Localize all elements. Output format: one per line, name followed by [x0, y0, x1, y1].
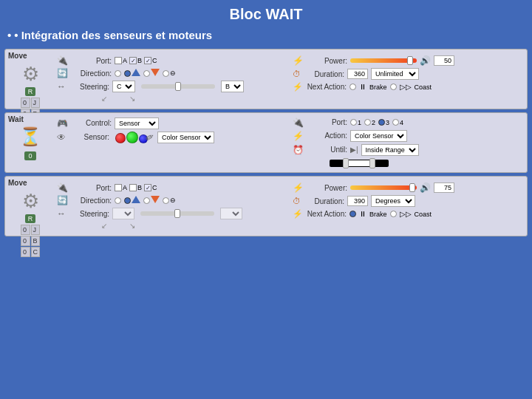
bullet-icon: •: [7, 29, 11, 41]
duration-icon-1: ⏱: [293, 69, 301, 78]
coast-icon-1: ▷▷: [400, 83, 412, 91]
rb-port-4[interactable]: [392, 119, 399, 126]
brake-icon-1: ⏸: [359, 83, 366, 91]
power-thumb-2: [409, 183, 415, 192]
power-slider-2[interactable]: [350, 185, 417, 190]
steering-label-2: Steering:: [69, 210, 109, 218]
control-select[interactable]: Sensor: [115, 117, 159, 129]
cb-c-1[interactable]: [144, 57, 151, 64]
steering-slider-1[interactable]: [141, 84, 215, 89]
rb-stop-2[interactable]: [115, 197, 121, 204]
action-row-wait: ⚡ Action: Color Sensor: [293, 130, 524, 142]
port-row-1: 🔌 Port: A B C: [57, 55, 288, 66]
brake-coast-2: ⏸ Brake ▷▷ Coast: [349, 210, 432, 218]
rb-coast-2[interactable]: [390, 211, 397, 217]
steering-row-1: ↔ Steering: C B: [57, 81, 288, 92]
range-handle-left[interactable]: [343, 158, 349, 168]
duration-label-1: Duration:: [304, 70, 344, 78]
move-block-1-left: 🔌 Port: A B C: [57, 55, 288, 103]
brake-label-1: Brake: [369, 83, 387, 91]
duration-row-1: ⏱ Duration: 360 Unlimited: [293, 68, 524, 80]
steering-icon-2: ↔: [57, 208, 66, 219]
cb-b-2[interactable]: [129, 184, 137, 191]
power-value-2[interactable]: 75: [434, 183, 454, 193]
direction-radios-1: ⊖: [115, 69, 176, 78]
subtitle: •• Intégration des senseurs et moteurs: [0, 26, 532, 46]
wait-block-right: 🔌 Port: 1 2 3: [293, 117, 524, 168]
rb-down-1[interactable]: [143, 70, 150, 77]
control-row: 🎮 Control: Sensor: [57, 117, 288, 129]
steer-left-icon-2: ↙: [101, 222, 107, 230]
rb-port-1[interactable]: [350, 119, 357, 126]
next-action-icon-2: ⚡: [293, 209, 303, 219]
sensor-label: Sensor:: [69, 133, 109, 141]
move-block-1-cols: 🔌 Port: A B C: [57, 55, 524, 103]
rb-circle-1[interactable]: [163, 70, 169, 77]
color-balls: ✏: [115, 132, 154, 143]
power-icon-2: ⚡: [293, 183, 304, 193]
wait-block-cols: 🎮 Control: Sensor 👁 Sensor: ✏: [57, 117, 524, 168]
direction-row-2: 🔄 Direction:: [57, 195, 288, 205]
steering-left-select-2[interactable]: [112, 208, 134, 219]
control-icon: 🎮: [57, 118, 68, 129]
rb-port-3[interactable]: [378, 119, 385, 126]
steering-icon-1: ↔: [57, 81, 66, 92]
range-handle-right[interactable]: [369, 158, 375, 168]
duration-units-select-2[interactable]: Degrees: [371, 195, 415, 207]
rb-circle-2[interactable]: [163, 197, 169, 204]
r-badge-2: R: [25, 214, 36, 223]
wait-block-left: 🎮 Control: Sensor 👁 Sensor: ✏: [57, 117, 288, 168]
steer-right-icon: ↘: [129, 95, 135, 103]
direction-row-1: 🔄 Direction:: [57, 68, 288, 78]
steering-thumb-2: [174, 209, 180, 218]
power-slider-1[interactable]: [350, 58, 417, 63]
steering-thumb-1: [175, 82, 181, 91]
move-block-1: Move ⚙ R 0 J 0 B 0 C 🔌 Port:: [4, 49, 528, 109]
rb-down-2[interactable]: [143, 197, 150, 204]
direction-icon-1: 🔄: [57, 68, 68, 78]
port-icon-wait: 🔌: [293, 117, 304, 128]
action-select-wait[interactable]: Color Sensor: [350, 130, 407, 142]
duration-units-select-1[interactable]: Unlimited: [371, 68, 419, 80]
sensor-select[interactable]: Color Sensor: [157, 132, 214, 143]
steering-b-select[interactable]: B: [221, 81, 244, 92]
rb-stop-1[interactable]: [115, 70, 121, 77]
action-label-wait: Action:: [307, 132, 347, 140]
rb-up-1[interactable]: [124, 70, 131, 77]
move-block-2-left: 🔌 Port: A B C: [57, 183, 288, 230]
duration-icon-2: ⏱: [293, 197, 301, 205]
rb-brake-2[interactable]: [349, 211, 356, 217]
rb-coast-1[interactable]: [390, 83, 397, 90]
rb-up-2[interactable]: [124, 197, 131, 204]
page-title: Bloc WAIT: [0, 0, 532, 26]
steering-slider-2[interactable]: [140, 211, 214, 216]
rb-brake-1[interactable]: [349, 83, 356, 90]
move-block-2-label: Move: [8, 179, 27, 187]
power-row-2: ⚡ Power: 🔊 75: [293, 183, 524, 193]
power-value-1[interactable]: 50: [434, 55, 454, 66]
port-row-wait: 🔌 Port: 1 2 3: [293, 117, 524, 128]
move-block-2-cols: 🔌 Port: A B C: [57, 183, 524, 230]
duration-value-1[interactable]: 360: [347, 69, 368, 79]
wait-block-label: Wait: [8, 115, 24, 123]
move-block-2: Move ⚙ R 0 J 0 B 0 C 🔌 Port:: [4, 176, 528, 236]
next-action-row-2: ⚡ Next Action: ⏸ Brake ▷▷ Coast: [293, 209, 524, 219]
range-bar-wait[interactable]: [330, 160, 389, 167]
duration-value-2[interactable]: 390: [347, 196, 368, 206]
cb-b-1[interactable]: [129, 57, 137, 64]
power-thumb-1: [407, 56, 413, 65]
rb-port-2[interactable]: [364, 119, 371, 126]
steering-right-select-2[interactable]: [220, 208, 242, 219]
cb-c-2[interactable]: [144, 184, 151, 191]
steering-c-select[interactable]: C: [112, 81, 135, 92]
cb-a-2[interactable]: [115, 184, 122, 191]
cb-a-1[interactable]: [115, 57, 122, 64]
ball-green: [126, 132, 138, 143]
duration-label-2: Duration:: [304, 197, 344, 205]
until-icon-wait: ⏰: [293, 145, 304, 155]
steer-left-icon: ↙: [101, 95, 107, 103]
port-checkboxes-2: A B C: [115, 184, 157, 191]
action-icon-wait: ⚡: [293, 131, 304, 141]
coast-label-1: Coast: [415, 83, 432, 91]
until-select-wait[interactable]: Inside Range: [361, 144, 419, 156]
